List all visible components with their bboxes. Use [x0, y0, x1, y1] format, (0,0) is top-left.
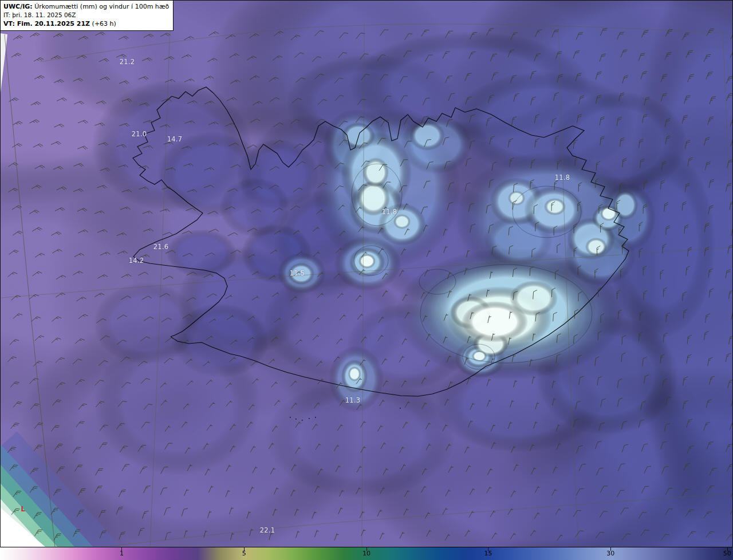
colorbar: 1510153050 — [0, 547, 733, 560]
colorbar-tick-label: 15 — [484, 547, 492, 560]
map-title-text: Úrkomumætti (mm) og vindur í 100m hæð — [33, 3, 170, 10]
init-time-line: IT: þri. 18. 11. 2025 06Z — [3, 11, 169, 19]
colorbar-tick-label: 1 — [120, 547, 124, 560]
valid-time-extra: (+63 h) — [90, 20, 116, 27]
valid-time-text: VT: Fim. 20.11.2025 21Z — [3, 20, 90, 27]
weather-map-canvas — [0, 0, 733, 547]
colorbar-tick-label: 5 — [242, 547, 246, 560]
model-label: UWC/IG: — [3, 3, 33, 10]
colorbar-tick-label: 10 — [362, 547, 371, 560]
colorbar-tick-label: 30 — [606, 547, 614, 560]
valid-time-line: VT: Fim. 20.11.2025 21Z (+63 h) — [3, 19, 169, 28]
weather-map: 21.221.014.721.614.211.811.811.511.322.1… — [0, 0, 733, 560]
colorbar-tick-label: 50 — [723, 547, 731, 560]
title-box: UWC/IG: Úrkomumætti (mm) og vindur í 100… — [0, 0, 174, 31]
map-title-line: UWC/IG: Úrkomumætti (mm) og vindur í 100… — [3, 2, 169, 11]
